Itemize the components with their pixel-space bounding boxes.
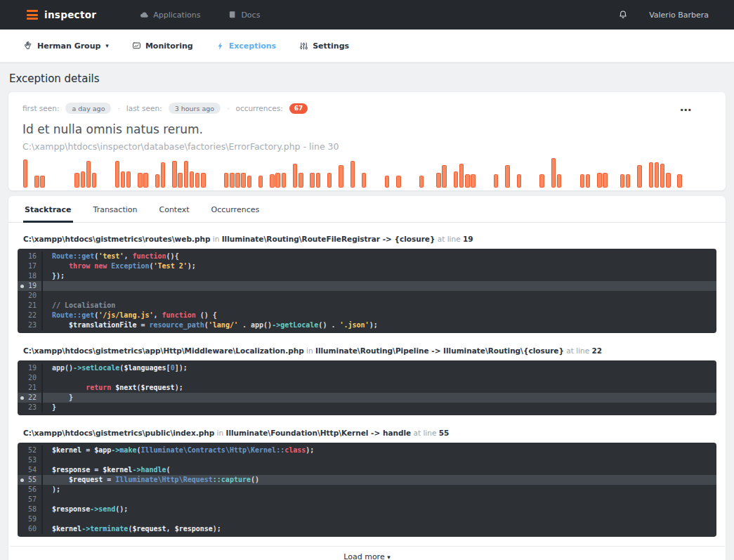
code-block: 52$kernel = $app->make(Illuminate\Contra… — [18, 443, 716, 537]
chart-bar — [603, 173, 608, 188]
frame-at-label: at line — [564, 346, 592, 355]
tab-exceptions[interactable]: Exceptions — [216, 41, 276, 51]
frame-header: C:\xampp\htdocs\gistmetrics\public\index… — [18, 424, 716, 443]
chart-slot — [654, 162, 660, 188]
load-more-button[interactable]: Load more ▾ — [10, 546, 724, 560]
code-line: 19 — [18, 281, 716, 291]
chart-slot — [677, 174, 683, 188]
tab-monitoring[interactable]: Monitoring — [132, 41, 193, 51]
tab-transaction[interactable]: Transaction — [92, 196, 139, 223]
code-content: ); — [43, 485, 60, 495]
last-seen-label: last seen: — [126, 104, 162, 112]
tab-exceptions-label: Exceptions — [229, 41, 276, 51]
stack-frames: C:\xampp\htdocs\gistmetrics\routes\web.p… — [8, 223, 726, 537]
chart-slot — [636, 165, 642, 188]
code-token-fn: ->send — [90, 505, 115, 513]
code-token-var: $kernel — [103, 466, 132, 474]
chart-slot — [419, 176, 424, 188]
first-seen-label: first seen: — [22, 104, 59, 112]
chart-slot — [223, 173, 229, 188]
line-number-gutter: 60 — [18, 524, 43, 534]
exception-meta-row: first seen: a day ago · last seen: 3 hou… — [22, 103, 712, 114]
chart-bar — [247, 176, 252, 188]
chart-slot — [384, 176, 390, 188]
tab-context[interactable]: Context — [157, 196, 190, 223]
line-number-gutter: 59 — [18, 514, 43, 524]
nav-applications-label: Applications — [153, 11, 200, 20]
code-token-pln: ); — [369, 321, 378, 329]
code-content — [43, 281, 52, 291]
more-options-icon[interactable]: ⋯ — [680, 105, 692, 116]
chart-bar — [310, 173, 315, 188]
code-line: 23 $translationFile = resource_path('lan… — [18, 320, 716, 330]
chart-slot — [464, 174, 470, 188]
chart-bar — [230, 173, 235, 188]
chart-slot — [229, 173, 235, 188]
code-token-cls: Route::get — [52, 252, 94, 260]
code-token-kw: function — [162, 311, 196, 319]
chart-bar — [201, 173, 206, 188]
chart-bar — [121, 171, 126, 188]
code-line: 57 — [18, 495, 716, 504]
nav-applications[interactable]: Applications — [140, 11, 200, 20]
code-token-kw: return — [86, 384, 111, 391]
code-token-cls: Route::get — [52, 311, 94, 319]
notifications-bell-icon[interactable] — [618, 10, 628, 20]
topbar-right: Valerio Barbera — [618, 10, 709, 20]
chart-slot — [74, 173, 80, 188]
chart-slot — [453, 171, 459, 188]
stack-frame: C:\xampp\htdocs\gistmetrics\routes\web.p… — [18, 230, 716, 333]
brand[interactable]: inspector — [27, 8, 96, 22]
chart-bar — [23, 159, 28, 188]
code-content — [43, 514, 52, 524]
code-token-fn: ->getLocale — [272, 321, 318, 329]
chart-bar — [637, 165, 642, 188]
code-line: 59 — [18, 514, 716, 524]
code-token-fn: ->handle — [132, 466, 166, 474]
tab-settings-label: Settings — [313, 41, 349, 51]
chart-bar — [235, 173, 240, 188]
line-number-gutter: 18 — [18, 271, 43, 281]
tab-settings[interactable]: Settings — [299, 41, 349, 51]
chart-slot — [585, 174, 591, 188]
chart-bar — [471, 174, 476, 188]
occurrences-sparkline-chart — [22, 158, 712, 188]
code-token-cls: Illuminate\Contracts\Http\Kernel:: — [140, 446, 284, 454]
frame-file: C:\xampp\htdocs\gistmetrics\app\Http\Mid… — [23, 346, 304, 355]
code-line: 21 return $next($request); — [18, 383, 716, 393]
chart-slot — [241, 173, 247, 188]
code-token-var: $languages — [124, 364, 166, 372]
code-token-pln: }); — [52, 272, 65, 280]
chart-bar — [258, 176, 263, 188]
code-line: 18}); — [18, 271, 716, 281]
chart-slot — [114, 161, 120, 188]
chart-slot — [625, 174, 631, 188]
code-line: 58$response->send(); — [18, 504, 716, 514]
line-number-gutter: 20 — [18, 291, 43, 301]
nav-docs[interactable]: Docs — [228, 11, 260, 20]
chart-slot — [292, 164, 298, 188]
code-line: 23} — [18, 403, 716, 412]
code-token-pln: } — [52, 393, 73, 401]
app-sub-navbar: Herman Group ▾ Monitoring Exceptions Set… — [0, 30, 734, 63]
code-line: 55 $request = Illuminate\Http\Request::c… — [18, 475, 716, 485]
chart-slot — [178, 173, 183, 188]
top-navbar: inspector Applications Docs Valerio Barb… — [0, 0, 734, 30]
tab-occurrences[interactable]: Occurrences — [210, 196, 261, 223]
code-token-str: 'lang/' — [209, 321, 238, 329]
chart-bar — [494, 174, 499, 188]
code-token-var: $request — [140, 384, 174, 391]
code-content: $kernel->terminate($request, $response); — [43, 524, 221, 534]
chart-bar — [161, 162, 166, 188]
tab-stacktrace[interactable]: Stacktrace — [23, 196, 73, 223]
code-token-var: $response — [52, 505, 90, 513]
group-selector[interactable]: Herman Group ▾ — [23, 41, 109, 51]
code-token-pln: ); — [175, 384, 183, 391]
frame-in-label: in — [214, 429, 225, 437]
hand-group-icon — [23, 41, 33, 51]
user-name[interactable]: Valerio Barbera — [649, 11, 709, 20]
line-number-gutter: 58 — [18, 504, 43, 514]
code-line: 22Route::get('/js/lang.js', function () … — [18, 311, 716, 320]
chart-bar — [327, 173, 332, 188]
occurrences-label: occurrences: — [235, 104, 282, 112]
